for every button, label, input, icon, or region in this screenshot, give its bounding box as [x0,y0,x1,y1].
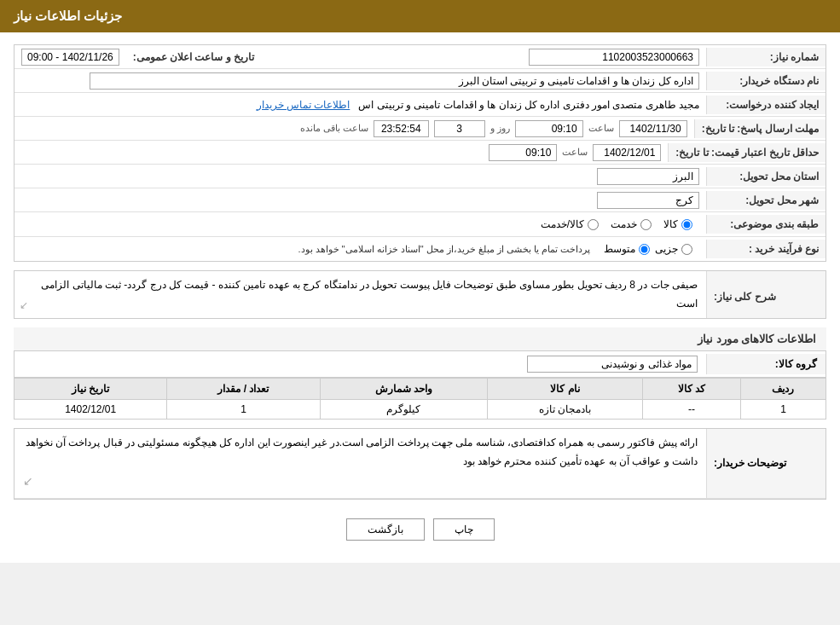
process-value: جزیی متوسط پرداخت تمام یا بخشی از مبلغ خ… [14,237,706,261]
type-value: کالا خدمت کالا/خدمت [14,212,706,236]
need-number-input: 1102003523000663 [529,49,699,66]
goods-table: ردیف کد کالا نام کالا واحد شمارش تعداد /… [14,378,826,420]
city-value: کرج [14,189,706,211]
city-label: شهر محل تحویل: [706,191,826,210]
buyer-notes-label: توضیحات خریدار: [706,429,826,497]
type-radio-group: کالا خدمت کالا/خدمت [21,215,699,234]
process-jozyi-option[interactable]: جزیی [655,243,692,255]
col-qty: تعداد / مقدار [167,379,320,400]
need-desc-value: صیفی جات در 8 ردیف تحویل بطور مساوی طبق … [14,271,706,318]
announce-label: تاریخ و ساعت اعلان عمومی: [126,49,261,66]
send-date-input: 1402/11/30 [619,120,687,137]
goods-group-input: مواد غذائی و نوشیدنی [527,356,698,373]
requester-value: مجید طاهری متصدی امور دفتری اداره کل زند… [14,96,706,113]
resize-handle-icon: ↙ [23,471,698,492]
print-button[interactable]: چاپ [433,518,495,541]
price-date-input: 1402/12/01 [593,144,661,161]
send-days-input: 3 [434,120,485,137]
process-note: پرداخت تمام یا بخشی از مبلغ خرید،از محل … [298,244,590,255]
buyer-notes-value: ارائه پیش فاکتور رسمی به همراه کدافتصادی… [14,429,706,497]
announce-value: 1402/11/26 - 09:00 [14,46,126,68]
price-deadline-row: حداقل تاریخ اعتبار قیمت: تا تاریخ: 1402/… [14,141,826,165]
goods-section-title: اطلاعات کالاهای مورد نیاز [14,327,826,351]
requester-row: ایجاد کننده درخواست: مجید طاهری متصدی ام… [14,93,826,117]
buyer-org-input: اداره کل زندان ها و اقدامات تامینی و ترب… [90,72,700,90]
send-time-label: ساعت [588,123,614,134]
buyer-notes-text: ارائه پیش فاکتور رسمی به همراه کدافتصادی… [26,437,698,467]
price-time-label: ساعت [562,147,588,158]
announce-input: 1402/11/26 - 09:00 [21,49,119,66]
goods-group-value: مواد غذائی و نوشیدنی [14,351,706,377]
send-deadline-value: 1402/11/30 ساعت 09:10 روز و 3 23:52:54 س… [14,118,694,140]
need-number-row: شماره نیاز: 1102003523000663 تاریخ و ساع… [14,45,826,69]
send-time-input: 09:10 [515,120,583,137]
type-kala-khedmat-option[interactable]: کالا/خدمت [541,218,599,230]
need-desc-row: شرح کلی نیاز: صیفی جات در 8 ردیف تحویل ب… [14,270,826,319]
buyer-notes-row: توضیحات خریدار: ارائه پیش فاکتور رسمی به… [14,429,826,498]
type-row: طبقه بندی موضوعی: کالا خدمت کالا/خدمت [14,212,826,237]
send-countdown-input: 23:52:54 [374,120,429,137]
need-desc-text: صیفی جات در 8 ردیف تحویل بطور مساوی طبق … [41,279,698,310]
buyer-org-label: نام دستگاه خریدار: [706,72,826,90]
col-unit: واحد شمارش [320,379,487,400]
buyer-notes-section: توضیحات خریدار: ارائه پیش فاکتور رسمی به… [14,428,826,499]
process-radio-group: جزیی متوسط پرداخت تمام یا بخشی از مبلغ خ… [21,240,699,258]
send-deadline-label: مهلت ارسال پاسخ: تا تاریخ: [694,119,826,138]
province-label: استان محل تحویل: [706,167,826,186]
col-date: تاریخ نیاز [14,379,167,400]
page-header: جزئیات اطلاعات نیاز [0,0,840,32]
price-deadline-value: 1402/12/01 ساعت 09:10 [14,142,668,164]
action-buttons: چاپ بازگشت [14,508,826,551]
need-number-value: 1102003523000663 [261,46,706,68]
goods-group-label: گروه کالا: [706,354,826,374]
send-countdown-label: ساعت باقی مانده [300,123,368,134]
type-khedmat-option[interactable]: خدمت [611,218,652,230]
type-label: طبقه بندی موضوعی: [706,215,826,234]
buyer-org-row: نام دستگاه خریدار: اداره کل زندان ها و ا… [14,69,826,93]
need-number-label: شماره نیاز: [706,48,826,67]
need-desc-label: شرح کلی نیاز: [706,271,826,318]
col-row: ردیف [740,379,826,400]
requester-contact-link[interactable]: اطلاعات تماس خریدار [257,99,350,111]
col-code: کد کالا [643,379,741,400]
province-value: البرز [14,165,706,188]
page-title: جزئیات اطلاعات نیاز [14,9,122,23]
process-label: نوع فرآیند خرید : [706,240,826,258]
need-desc-section: شرح کلی نیاز: صیفی جات در 8 ردیف تحویل ب… [14,270,826,319]
price-time-input: 09:10 [489,144,557,161]
requester-label: ایجاد کننده درخواست: [706,95,826,114]
price-deadline-inner: 1402/12/01 ساعت 09:10 [21,144,661,161]
send-deadline-row: مهلت ارسال پاسخ: تا تاریخ: 1402/11/30 سا… [14,117,826,141]
resize-icon: ↙ [20,297,28,315]
main-info-section: شماره نیاز: 1102003523000663 تاریخ و ساع… [14,44,826,262]
requester-text: مجید طاهری متصدی امور دفتری اداره کل زند… [358,99,699,111]
type-kala-option[interactable]: کالا [663,218,692,230]
goods-table-section: ردیف کد کالا نام کالا واحد شمارش تعداد /… [14,378,826,420]
buyer-org-value: اداره کل زندان ها و اقدامات تامینی و ترب… [14,70,706,92]
price-deadline-label: حداقل تاریخ اعتبار قیمت: تا تاریخ: [668,143,826,162]
send-deadline-inner: 1402/11/30 ساعت 09:10 روز و 3 23:52:54 س… [21,120,687,137]
table-row: 1--بادمجان تازهکیلوگرم11402/12/01 [14,400,826,420]
process-motavaset-option[interactable]: متوسط [604,243,650,255]
city-input: کرج [597,192,699,209]
col-name: نام کالا [487,379,642,400]
city-row: شهر محل تحویل: کرج [14,188,826,212]
table-header-row: ردیف کد کالا نام کالا واحد شمارش تعداد /… [14,379,826,400]
back-button[interactable]: بازگشت [346,518,425,541]
send-days-label: روز و [490,123,510,134]
process-row: نوع فرآیند خرید : جزیی متوسط پرداخت تمام… [14,237,826,261]
province-row: استان محل تحویل: البرز [14,165,826,188]
province-input: البرز [597,168,699,185]
goods-group-row: گروه کالا: مواد غذائی و نوشیدنی [14,351,826,378]
